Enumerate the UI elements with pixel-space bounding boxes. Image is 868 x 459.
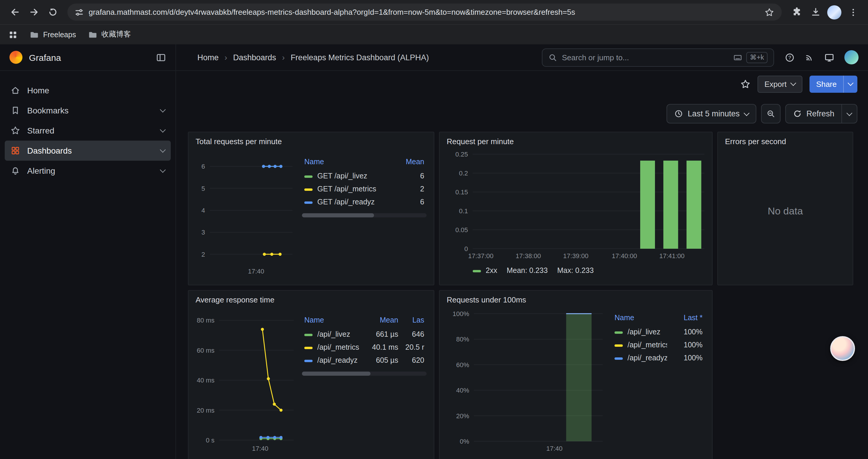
series-name[interactable]: GET /api/_livez: [302, 169, 389, 183]
legend-table: NameMeanLas/api/_livez661 µs646/api/_met…: [302, 315, 427, 367]
arrow-right-icon: [29, 7, 39, 17]
total-requests-chart[interactable]: 2345617:40: [195, 150, 297, 277]
requests-under-100ms-chart[interactable]: 0%20%40%60%80%100%17:40: [447, 308, 608, 458]
main-area: Home › Dashboards › Freeleaps Metrics Da…: [176, 44, 868, 459]
chevron-down-icon[interactable]: [160, 126, 166, 132]
scrollbar-thumb[interactable]: [302, 371, 370, 376]
refresh-control: Refresh: [785, 104, 857, 124]
legend-header[interactable]: Las: [401, 315, 427, 328]
browser-profile-avatar[interactable]: [827, 5, 841, 19]
sidebar-item-starred[interactable]: Starred: [5, 121, 171, 140]
series-name[interactable]: /api/_readyz: [302, 354, 362, 367]
bell-icon: [11, 166, 20, 175]
panel-title[interactable]: Average response time: [195, 295, 427, 304]
panel-title[interactable]: Request per minute: [447, 137, 705, 146]
browser-menu-icon[interactable]: [844, 3, 862, 21]
apps-grid-icon[interactable]: [8, 30, 18, 39]
kiosk-monitor-icon[interactable]: [824, 52, 834, 62]
svg-text:3: 3: [202, 229, 205, 236]
legend-scrollbar[interactable]: [302, 213, 427, 218]
legend-header[interactable]: Name: [302, 315, 362, 328]
legend-header[interactable]: Name: [302, 157, 389, 169]
request-per-minute-chart[interactable]: 00.050.10.150.20.2517:37:0017:38:0017:39…: [447, 150, 708, 264]
svg-text:17:41:00: 17:41:00: [659, 252, 685, 260]
legend-value: 661 µs: [362, 328, 401, 341]
grafana-logo[interactable]: [9, 51, 23, 64]
dashboard-grid: Total requests per minute 2345617:40 Nam…: [188, 132, 857, 459]
site-info-icon[interactable]: [74, 7, 84, 17]
floating-avatar[interactable]: [830, 336, 855, 361]
search-input[interactable]: Search or jump to... ⌘+k: [542, 48, 774, 66]
average-response-time-chart[interactable]: 0 s20 ms40 ms60 ms80 ms17:40: [195, 308, 297, 458]
series-name[interactable]: /api/_livez: [612, 326, 667, 338]
bookmark-folder-freeleaps[interactable]: Freeleaps: [30, 30, 76, 39]
series-name[interactable]: /api/_livez: [302, 328, 362, 341]
panel-errors-per-second: Errors per second No data: [717, 132, 853, 285]
time-range-picker[interactable]: Last 5 minutes: [666, 104, 756, 124]
url-bar[interactable]: grafana.mathmast.com/d/deytv4rwavabkb/fr…: [67, 4, 782, 21]
breadcrumb-dashboards[interactable]: Dashboards: [233, 53, 276, 62]
panel-title[interactable]: Requests under 100ms: [447, 295, 705, 304]
legend-value: 6: [389, 196, 427, 208]
news-rss-icon[interactable]: [805, 53, 814, 62]
legend-scrollbar[interactable]: [302, 371, 427, 376]
svg-text:0.2: 0.2: [459, 169, 468, 177]
svg-text:0.25: 0.25: [455, 151, 468, 158]
share-menu-button[interactable]: [843, 75, 857, 93]
svg-text:0: 0: [464, 245, 468, 253]
legend-row: /api/_readyz605 µs620: [302, 354, 427, 367]
legend-header[interactable]: Mean: [362, 315, 401, 328]
legend-value: 100%: [667, 338, 705, 352]
refresh-button[interactable]: Refresh: [785, 104, 841, 123]
export-button[interactable]: Export: [757, 75, 802, 93]
chevron-down-icon[interactable]: [160, 106, 166, 112]
favorite-star-icon[interactable]: [740, 79, 750, 89]
export-label: Export: [764, 79, 786, 88]
legend-row: /api/_livez100%: [612, 326, 705, 338]
bookmark-star-icon[interactable]: [761, 3, 778, 21]
legend-row: /api/_livez661 µs646: [302, 328, 427, 341]
legend-value: 620: [401, 354, 427, 367]
shortcut-badge: ⌘+k: [746, 52, 768, 63]
series-name[interactable]: /api/_metrics: [302, 341, 362, 354]
legend-header[interactable]: Name: [612, 313, 667, 326]
sidebar-item-bookmarks[interactable]: Bookmarks: [5, 100, 171, 121]
help-icon[interactable]: ?: [785, 52, 795, 62]
reload-button[interactable]: [44, 3, 61, 21]
extensions-icon[interactable]: [788, 3, 805, 21]
panel-title[interactable]: Total requests per minute: [195, 137, 427, 146]
zoom-out-button[interactable]: [761, 104, 780, 124]
back-button[interactable]: [6, 3, 24, 21]
chevron-down-icon[interactable]: [160, 146, 166, 153]
sidebar-item-alerting[interactable]: Alerting: [5, 161, 171, 181]
bookmarks-bar: Freeleaps 收藏博客: [0, 24, 868, 44]
legend-value: 100%: [667, 326, 705, 338]
sidebar-item-home[interactable]: Home: [5, 80, 171, 100]
legend-header[interactable]: Last *: [667, 313, 705, 326]
series-name[interactable]: GET /api/_metrics: [302, 183, 389, 196]
share-button[interactable]: Share: [810, 75, 857, 93]
refresh-interval-button[interactable]: [841, 104, 857, 123]
breadcrumb-home[interactable]: Home: [197, 53, 219, 62]
series-name[interactable]: GET /api/_readyz: [302, 196, 389, 208]
zoom-out-icon: [766, 109, 775, 118]
forward-button[interactable]: [25, 3, 42, 21]
clock-icon: [674, 109, 683, 118]
legend-value: 6: [389, 169, 427, 183]
series-name[interactable]: /api/_readyz: [612, 352, 667, 364]
scrollbar-thumb[interactable]: [302, 213, 374, 218]
sidebar-item-dashboards[interactable]: Dashboards: [5, 140, 171, 161]
legend-header[interactable]: Mean: [389, 157, 427, 169]
legend-row: GET /api/_livez6: [302, 169, 427, 183]
series-name[interactable]: 2xx: [486, 266, 497, 275]
sidebar-toggle-icon[interactable]: [156, 52, 166, 62]
user-avatar[interactable]: [844, 50, 859, 64]
downloads-icon[interactable]: [807, 3, 824, 21]
series-name[interactable]: /api/_metrics: [612, 338, 667, 352]
legend-row: /api/_readyz100%: [612, 352, 705, 364]
bookmark-folder-blogs[interactable]: 收藏博客: [88, 30, 131, 40]
series-color-swatch: [304, 359, 313, 362]
svg-text:20 ms: 20 ms: [197, 407, 215, 414]
panel-title[interactable]: Errors per second: [725, 137, 845, 146]
chevron-down-icon[interactable]: [160, 167, 166, 172]
